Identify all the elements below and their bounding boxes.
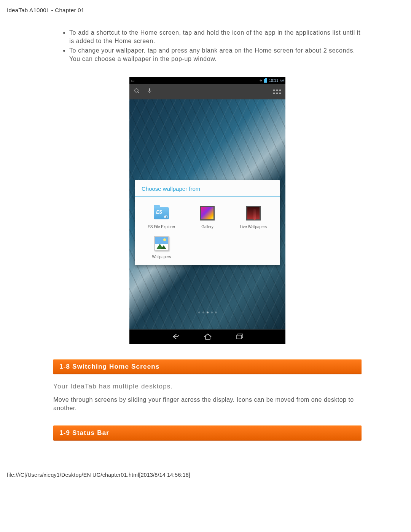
- section-1-8-body: Move through screens by sliding your fin…: [53, 396, 362, 413]
- android-status-bar: ▭ ✈ 10:11 AM: [129, 77, 285, 84]
- option-wallpapers[interactable]: Wallpapers: [139, 236, 185, 259]
- instruction-list: To add a shortcut to the Home screen, ta…: [53, 29, 362, 64]
- svg-point-0: [135, 89, 138, 92]
- option-gallery[interactable]: Gallery: [185, 206, 231, 229]
- svg-rect-4: [237, 335, 242, 339]
- clock-ampm: AM: [280, 79, 284, 82]
- tablet-screenshot: ▭ ✈ 10:11 AM: [129, 77, 285, 344]
- dialog-title: Choose wallpaper from: [135, 180, 280, 197]
- clock-time: 10:11: [269, 78, 278, 83]
- recent-apps-button[interactable]: [236, 334, 244, 340]
- option-label: Live Wallpapers: [240, 225, 267, 229]
- home-wallpaper-bg: Choose wallpaper from 3 ES File Explorer: [129, 99, 285, 329]
- home-page-indicator: [129, 312, 285, 313]
- option-label: ES File Explorer: [148, 225, 175, 229]
- gallery-icon: [200, 206, 215, 221]
- search-icon[interactable]: [134, 88, 140, 95]
- wallpapers-icon: [154, 236, 169, 251]
- mic-icon[interactable]: [148, 88, 151, 95]
- screenshot-wrapper: ▭ ✈ 10:11 AM: [53, 77, 362, 344]
- android-nav-bar: [129, 329, 285, 344]
- home-button[interactable]: [204, 334, 212, 340]
- wallpaper-chooser-dialog: Choose wallpaper from 3 ES File Explorer: [135, 180, 280, 265]
- option-live-wallpapers[interactable]: Live Wallpapers: [230, 206, 276, 229]
- back-button[interactable]: [171, 334, 180, 340]
- section-1-8-intro: Your IdeaTab has multiple desktops.: [53, 383, 362, 390]
- option-label: Gallery: [201, 225, 213, 229]
- airplane-mode-icon: ✈: [260, 79, 263, 83]
- svg-line-1: [138, 92, 139, 93]
- bullet-shortcut: To add a shortcut to the Home screen, ta…: [69, 29, 362, 46]
- page-footer-path: file:///C|/Users/xieqy1/Desktop/EN UG/ch…: [0, 460, 411, 485]
- section-1-8-heading: 1-8 Switching Home Screens: [53, 359, 362, 374]
- status-app-icon: ▭: [131, 78, 134, 83]
- battery-icon: [264, 79, 267, 83]
- launcher-action-bar: [129, 84, 285, 99]
- bullet-wallpaper: To change your wallpaper, tap and press …: [69, 46, 362, 64]
- section-1-9-heading: 1-9 Status Bar: [53, 425, 362, 441]
- option-label: Wallpapers: [152, 255, 171, 259]
- svg-rect-2: [149, 88, 150, 91]
- app-drawer-icon[interactable]: [273, 89, 281, 94]
- option-es-file-explorer[interactable]: 3 ES File Explorer: [139, 206, 185, 229]
- page-header: IdeaTab A1000L - Chapter 01: [0, 0, 411, 13]
- es-file-explorer-icon: 3: [154, 206, 169, 221]
- live-wallpapers-icon: [246, 206, 261, 221]
- content-area: To add a shortcut to the Home screen, ta…: [0, 13, 411, 460]
